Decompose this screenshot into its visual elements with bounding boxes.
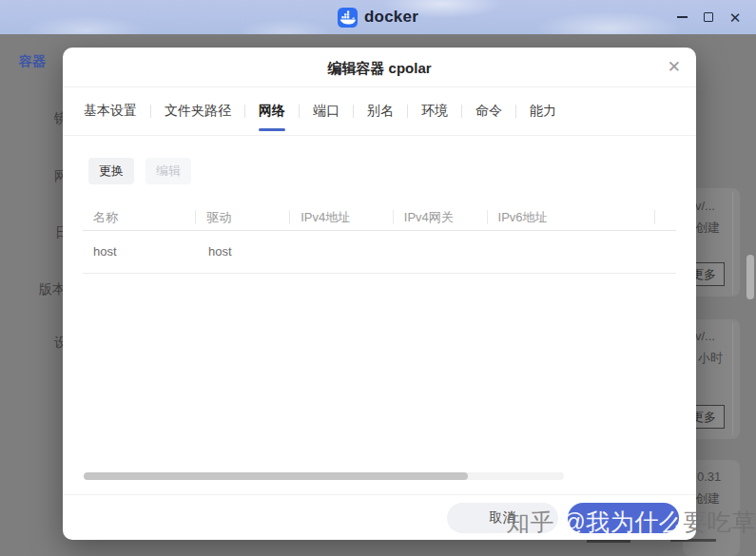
dialog-close-icon[interactable]: ✕: [668, 59, 681, 75]
cell-ipv4-gateway: [397, 231, 493, 273]
tab-environment[interactable]: 环境: [421, 99, 448, 124]
app-title: docker: [364, 8, 418, 27]
dialog-tabs: 基本设置 文件夹路径 网络 端口 别名 环境 命令 能力: [63, 87, 696, 136]
tab-separator: [244, 105, 245, 118]
column-header-ipv6-address: IPv6地址: [488, 204, 655, 230]
tab-separator: [461, 105, 462, 118]
background-divider: [732, 192, 733, 295]
cell-name: host: [83, 231, 198, 273]
close-icon: ✕: [729, 10, 742, 25]
window-controls: ✕: [669, 0, 748, 34]
column-header-name: 名称: [83, 204, 196, 230]
tab-basic-settings[interactable]: 基本设置: [84, 99, 137, 124]
horizontal-scrollbar-track[interactable]: [84, 472, 564, 480]
column-header-driver: 驱动: [196, 204, 290, 230]
cell-ipv4-address: [293, 231, 397, 273]
networks-table: 名称 驱动 IPv4地址 IPv4网关 IPv6地址 host host: [83, 204, 676, 274]
tab-aliases[interactable]: 别名: [367, 99, 394, 124]
cancel-button[interactable]: 取消: [447, 503, 558, 533]
background-edge: [587, 540, 630, 543]
tab-separator: [150, 105, 151, 118]
tab-commands[interactable]: 命令: [475, 99, 502, 124]
maximize-button[interactable]: [695, 4, 722, 30]
tab-separator: [515, 105, 516, 118]
background-text: 创建: [695, 220, 720, 237]
background-text: v/...: [695, 329, 715, 343]
minimize-icon: [677, 16, 688, 18]
edit-container-dialog: 编辑容器 cpolar ✕ 基本设置 文件夹路径 网络 端口 别名 环境 命令 …: [63, 48, 696, 540]
dialog-header: 编辑容器 cpolar ✕: [63, 48, 696, 87]
column-header-filler: [655, 204, 676, 230]
background-text: 小时: [698, 350, 723, 367]
minimize-button[interactable]: [669, 4, 695, 30]
close-window-button[interactable]: ✕: [722, 4, 748, 30]
tab-separator: [299, 105, 300, 118]
tab-network[interactable]: 网络: [259, 99, 285, 124]
network-toolbar: 更换 编辑: [63, 136, 696, 184]
table-header-row: 名称 驱动 IPv4地址 IPv4网关 IPv6地址: [83, 204, 676, 231]
tab-separator: [353, 105, 354, 118]
table-row[interactable]: host host: [83, 231, 676, 274]
background-divider: [732, 323, 733, 435]
column-header-ipv4-address: IPv4地址: [290, 204, 394, 230]
background-text: v/...: [695, 199, 715, 213]
horizontal-scrollbar-thumb[interactable]: [84, 472, 468, 480]
column-header-ipv4-gateway: IPv4网关: [394, 204, 488, 230]
dialog-title: 编辑容器 cpolar: [63, 48, 696, 89]
tab-separator: [407, 105, 408, 118]
tab-ports[interactable]: 端口: [313, 99, 339, 124]
titlebar: docker ✕: [0, 0, 756, 34]
sidebar-item-containers[interactable]: 容器: [19, 53, 46, 70]
sidebar-item-version[interactable]: 版本: [39, 281, 66, 298]
background-text: 0.31: [697, 470, 721, 484]
confirm-button[interactable]: [568, 503, 679, 533]
dialog-footer: 取消: [63, 494, 696, 540]
tab-folder-paths[interactable]: 文件夹路径: [165, 99, 231, 124]
tab-capabilities[interactable]: 能力: [530, 99, 556, 124]
cell-driver: host: [198, 231, 293, 273]
app-brand: docker: [0, 0, 756, 34]
docker-whale-icon: [338, 8, 358, 28]
edit-network-button[interactable]: 编辑: [145, 158, 191, 184]
app-scrollbar[interactable]: [746, 255, 754, 299]
cell-ipv6-address: [493, 231, 663, 273]
replace-network-button[interactable]: 更换: [88, 158, 134, 184]
background-text: 创建: [695, 490, 720, 508]
maximize-icon: [704, 12, 713, 22]
